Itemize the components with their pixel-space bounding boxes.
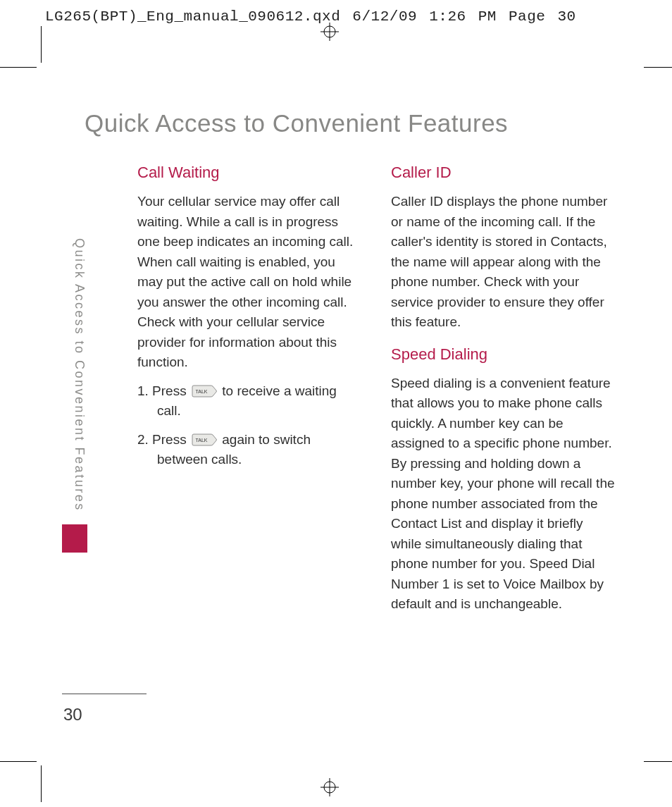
section-heading-caller-id: Caller ID <box>391 164 616 182</box>
page-title: Quick Access to Convenient Features <box>85 109 508 137</box>
body-text: Your cellular service may offer call wai… <box>137 192 363 373</box>
body-text: Speed dialing is a convenient feature th… <box>391 374 616 615</box>
step-2: 2. Press TALK again to switch between ca… <box>137 430 363 470</box>
footer-rule <box>62 694 147 694</box>
registration-mark-icon <box>321 778 339 799</box>
section-heading-speed-dialing: Speed Dialing <box>391 345 616 364</box>
step-1: 1. Press TALK to receive a waiting call. <box>137 381 363 421</box>
side-running-head: Quick Access to Convenient Features <box>72 238 87 512</box>
talk-key-icon: TALK <box>192 433 217 446</box>
crop-mark <box>0 67 37 68</box>
page-number: 30 <box>63 705 82 725</box>
svg-text:TALK: TALK <box>195 389 207 394</box>
right-column: Caller ID Caller ID displays the phone n… <box>391 164 616 623</box>
step-text: 2. Press <box>137 432 187 447</box>
crop-mark <box>41 26 42 63</box>
crop-mark <box>644 67 672 68</box>
body-content: Call Waiting Your cellular service may o… <box>137 164 616 623</box>
step-text: 1. Press <box>137 383 187 398</box>
svg-text:TALK: TALK <box>195 438 207 443</box>
left-column: Call Waiting Your cellular service may o… <box>137 164 363 623</box>
slug-line: LG265(BPT)_Eng_manual_090612.qxd 6/12/09… <box>45 8 576 25</box>
registration-mark-icon <box>321 23 339 44</box>
crop-mark <box>644 761 672 762</box>
talk-key-icon: TALK <box>192 385 217 398</box>
crop-mark <box>41 765 42 802</box>
accent-tab <box>62 524 87 553</box>
section-heading-call-waiting: Call Waiting <box>137 164 363 182</box>
crop-mark <box>0 761 37 762</box>
body-text: Caller ID displays the phone number or n… <box>391 192 616 333</box>
